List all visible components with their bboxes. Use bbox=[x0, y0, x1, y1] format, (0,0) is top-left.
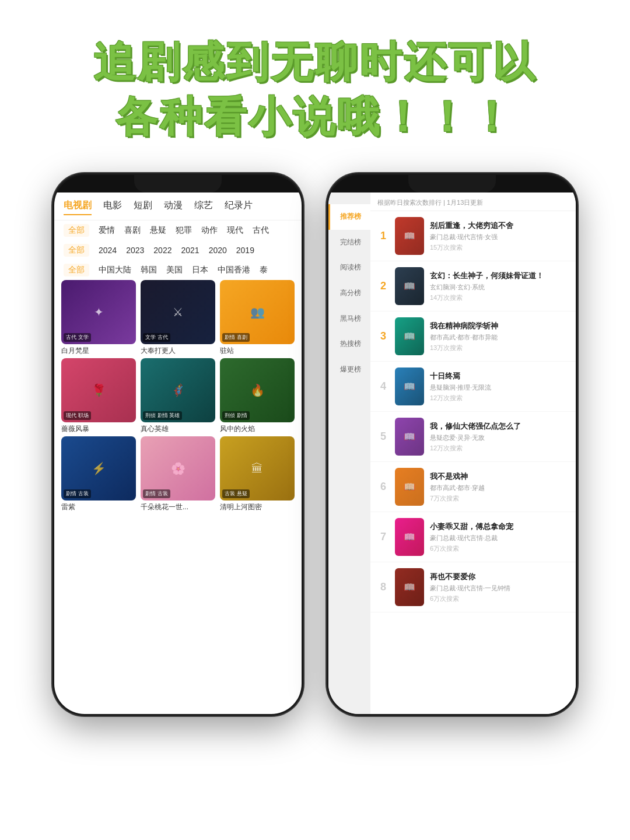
rank-number-2: 2 bbox=[377, 280, 389, 292]
tab-tv[interactable]: 电视剧 bbox=[64, 200, 92, 215]
title-4: 薔薇风暴 bbox=[61, 424, 136, 434]
grid-cell-9[interactable]: 🏛 古装 悬疑 清明上河图密 bbox=[220, 436, 295, 512]
filter-all-region[interactable]: 全部 bbox=[64, 264, 89, 276]
sidebar-item-recommend[interactable]: 推荐榜 bbox=[328, 204, 370, 230]
rank-count-7: 6万次搜索 bbox=[430, 544, 569, 553]
title-2: 大奉打更人 bbox=[141, 346, 215, 356]
content-grid: ✦ 古代 文学 白月梵星 ⚔ 文学 古代 大奉打更人 bbox=[54, 280, 302, 512]
thumb-tag-3: 剧情 喜剧 bbox=[222, 333, 250, 342]
rank-item-4[interactable]: 4 📖 十日终焉 悬疑脑洞·推理·无限流 12万次搜索 bbox=[370, 362, 576, 412]
title-3: 驻站 bbox=[220, 346, 295, 356]
title-1: 白月梵星 bbox=[61, 346, 136, 356]
thumb-tag-9: 古装 悬疑 bbox=[222, 489, 250, 498]
grid-cell-1[interactable]: ✦ 古代 文学 白月梵星 bbox=[61, 280, 136, 356]
filter-all-genre[interactable]: 全部 bbox=[64, 224, 89, 237]
rank-item-3[interactable]: 3 📖 我在精神病院学斩神 都市高武·都市·都市异能 13万次搜索 bbox=[370, 312, 576, 362]
thumb-taohua: 🌸 剧情 古装 bbox=[141, 436, 215, 501]
tab-movie[interactable]: 电影 bbox=[103, 200, 122, 215]
rank-thumb-6: 📖 bbox=[395, 468, 424, 506]
rank-tags-6: 都市高武·都市·穿越 bbox=[430, 484, 569, 492]
grid-cell-3[interactable]: 👥 剧情 喜剧 驻站 bbox=[220, 280, 295, 356]
header-line1: 追剧感到无聊时还可以 bbox=[93, 38, 537, 85]
rank-title-6: 我不是戏神 bbox=[430, 471, 569, 482]
rank-thumb-8: 📖 bbox=[395, 568, 424, 606]
rank-item-1[interactable]: 1 📖 别后重逢，大佬穷追不舍 豪门总裁·现代言情·女强 15万次搜索 bbox=[370, 211, 576, 261]
rank-title-1: 别后重逢，大佬穷追不舍 bbox=[430, 220, 569, 231]
sidebar-item-darkhorse[interactable]: 黑马榜 bbox=[328, 306, 370, 332]
filter-2024[interactable]: 2024 bbox=[99, 246, 117, 255]
filter-mystery[interactable]: 悬疑 bbox=[150, 225, 166, 236]
filter-hk[interactable]: 中国香港 bbox=[218, 265, 250, 275]
tab-variety[interactable]: 综艺 bbox=[194, 200, 213, 215]
sidebar-item-reading[interactable]: 阅读榜 bbox=[328, 255, 370, 281]
rank-item-2[interactable]: 2 📖 玄幻：长生神子，何须妹骨证道！ 玄幻脑洞·玄幻·系统 14万次搜索 bbox=[370, 261, 576, 312]
filter-all-year[interactable]: 全部 bbox=[64, 244, 89, 257]
rank-info-5: 我，修仙大佬强亿点怎么了 悬疑恋爱·灵异·无敌 12万次搜索 bbox=[430, 421, 569, 453]
rank-thumb-1: 📖 bbox=[395, 217, 424, 255]
right-notch bbox=[408, 175, 496, 192]
sidebar-item-hotsearch[interactable]: 热搜榜 bbox=[328, 331, 370, 357]
filter-korea[interactable]: 韩国 bbox=[141, 265, 157, 275]
filter-romance[interactable]: 爱情 bbox=[99, 225, 115, 236]
filter-2019[interactable]: 2019 bbox=[236, 246, 254, 255]
rank-tags-1: 豪门总裁·现代言情·女强 bbox=[430, 233, 569, 242]
rank-thumb-2: 📖 bbox=[395, 267, 424, 305]
filter-2021[interactable]: 2021 bbox=[181, 246, 199, 255]
grid-row-3: ⚡ 剧情 古装 雷紫 🌸 剧情 古装 千朵桃花一世... bbox=[61, 436, 295, 512]
header-section: 追剧感到无聊时还可以 各种看小说哦！！！ bbox=[0, 0, 630, 162]
filter-2020[interactable]: 2020 bbox=[209, 246, 227, 255]
rank-number-6: 6 bbox=[377, 481, 389, 493]
filter-row-year: 全部 2024 2023 2022 2021 2020 2019 bbox=[54, 240, 302, 260]
rank-tags-7: 豪门总裁·现代言情·总裁 bbox=[430, 534, 569, 542]
rank-number-5: 5 bbox=[377, 430, 389, 443]
grid-row-2: 🌹 现代 职场 薔薇风暴 🦸 刑侦 剧情 英雄 真心英雄 bbox=[61, 358, 295, 434]
thumb-qingming: 🏛 古装 悬疑 bbox=[220, 436, 295, 501]
filter-japan[interactable]: 日本 bbox=[192, 265, 208, 275]
filter-modern[interactable]: 现代 bbox=[227, 225, 243, 236]
sidebar-item-explosion[interactable]: 爆更榜 bbox=[328, 357, 370, 383]
rank-count-5: 12万次搜索 bbox=[430, 444, 569, 453]
title-5: 真心英雄 bbox=[141, 424, 215, 434]
nav-tabs: 电视剧 电影 短剧 动漫 综艺 纪录片 bbox=[54, 192, 302, 220]
filter-ancient[interactable]: 古代 bbox=[253, 225, 269, 236]
rank-count-2: 14万次搜索 bbox=[430, 293, 569, 302]
sidebar-item-complete[interactable]: 完结榜 bbox=[328, 230, 370, 256]
sidebar-item-highscore[interactable]: 高分榜 bbox=[328, 281, 370, 306]
grid-cell-5[interactable]: 🦸 刑侦 剧情 英雄 真心英雄 bbox=[141, 358, 215, 434]
filter-comedy[interactable]: 喜剧 bbox=[124, 225, 141, 236]
filter-thai[interactable]: 泰 bbox=[260, 265, 268, 275]
grid-cell-6[interactable]: 🔥 刑侦 剧情 风中的火焰 bbox=[220, 358, 295, 434]
rank-item-7[interactable]: 7 📖 小妻乖又甜，傅总拿命宠 豪门总裁·现代言情·总裁 6万次搜索 bbox=[370, 512, 576, 562]
thumb-tag-2: 文学 古代 bbox=[143, 333, 170, 342]
filter-2023[interactable]: 2023 bbox=[126, 246, 144, 255]
thumb-qiangwei: 🌹 现代 职场 bbox=[61, 358, 136, 422]
title-7: 雷紫 bbox=[61, 502, 136, 512]
filter-crime[interactable]: 犯罪 bbox=[176, 225, 192, 236]
sidebar-nav: 推荐榜 完结榜 阅读榜 高分榜 黑马榜 热搜榜 爆更榜 bbox=[328, 192, 370, 714]
tab-anime[interactable]: 动漫 bbox=[164, 200, 183, 215]
rank-number-4: 4 bbox=[377, 380, 389, 393]
filter-usa[interactable]: 美国 bbox=[166, 265, 183, 275]
tab-documentary[interactable]: 纪录片 bbox=[225, 200, 253, 215]
tab-short[interactable]: 短剧 bbox=[134, 200, 152, 215]
thumb-tag-7: 剧情 古装 bbox=[64, 489, 91, 498]
filter-china[interactable]: 中国大陆 bbox=[99, 265, 131, 275]
grid-cell-8[interactable]: 🌸 剧情 古装 千朵桃花一世... bbox=[141, 436, 215, 512]
rank-number-7: 7 bbox=[377, 531, 389, 543]
grid-cell-7[interactable]: ⚡ 剧情 古装 雷紫 bbox=[61, 436, 136, 512]
filter-action[interactable]: 动作 bbox=[201, 225, 218, 236]
grid-cell-4[interactable]: 🌹 现代 职场 薔薇风暴 bbox=[61, 358, 136, 434]
rank-tags-8: 豪门总裁·现代言情·一见钟情 bbox=[430, 584, 569, 593]
rank-info-2: 玄幻：长生神子，何须妹骨证道！ 玄幻脑洞·玄幻·系统 14万次搜索 bbox=[430, 271, 569, 302]
rank-tags-5: 悬疑恋爱·灵异·无敌 bbox=[430, 433, 569, 442]
rank-tags-2: 玄幻脑洞·玄幻·系统 bbox=[430, 283, 569, 292]
rank-count-1: 15万次搜索 bbox=[430, 243, 569, 252]
rank-item-8[interactable]: 8 📖 再也不要爱你 豪门总裁·现代言情·一见钟情 6万次搜索 bbox=[370, 562, 576, 612]
rank-thumb-3: 📖 bbox=[395, 317, 424, 355]
filter-row-genre: 全部 爱情 喜剧 悬疑 犯罪 动作 现代 古代 bbox=[54, 220, 302, 240]
rank-item-6[interactable]: 6 📖 我不是戏神 都市高武·都市·穿越 7万次搜索 bbox=[370, 462, 576, 512]
rank-count-8: 6万次搜索 bbox=[430, 594, 569, 603]
filter-2022[interactable]: 2022 bbox=[153, 246, 172, 255]
grid-cell-2[interactable]: ⚔ 文学 古代 大奉打更人 bbox=[141, 280, 215, 356]
rank-item-5[interactable]: 5 📖 我，修仙大佬强亿点怎么了 悬疑恋爱·灵异·无敌 12万次搜索 bbox=[370, 412, 576, 462]
